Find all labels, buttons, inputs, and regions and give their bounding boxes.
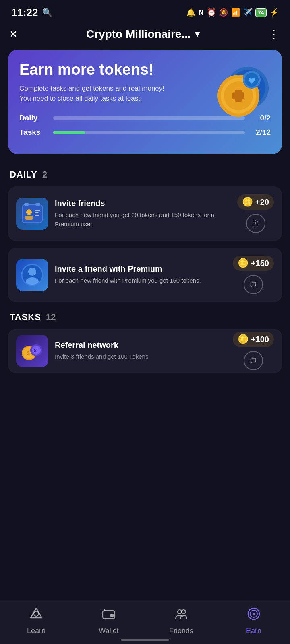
hero-card: Earn more tokens! Complete tasks and get… [8, 50, 282, 154]
content-scroll: Earn more tokens! Complete tasks and get… [0, 50, 290, 429]
alarm-icon: ⏰ [207, 8, 216, 17]
task-reward-invite-friends: 🪙 +20 ⏱ [237, 194, 274, 233]
task-desc-referral: Invite 3 friends and get 100 Tokens [55, 352, 226, 361]
svg-text:$: $ [27, 350, 30, 356]
app-title: Crypto Millionaire... [86, 28, 191, 41]
airplane-icon: ✈️ [243, 8, 252, 17]
coin-illustration [209, 58, 274, 122]
svg-rect-30 [110, 614, 114, 617]
svg-point-12 [26, 209, 32, 215]
task-desc-invite-premium: For each new friend with Premium you get… [55, 276, 226, 285]
coin-icon-2: 🪙 [238, 258, 249, 268]
tasks-progress-row: Tasks 2/12 [19, 128, 271, 137]
wallet-label: Wallet [99, 627, 118, 635]
task-action-btn-1[interactable]: ⏱ [246, 214, 265, 233]
reward-amount-3: +100 [251, 335, 269, 344]
svg-point-37 [253, 613, 255, 615]
svg-text:$: $ [34, 348, 37, 353]
svg-rect-15 [35, 212, 39, 213]
status-icons: 🔔 N ⏰ 🔕 📶 ✈️ 74 ⚡ [186, 8, 279, 17]
hero-title: Earn more tokens! [19, 62, 170, 78]
search-icon: 🔍 [42, 8, 52, 17]
tasks-progress-fill [53, 131, 85, 134]
reward-amount-1: +20 [255, 198, 269, 207]
svg-point-33 [178, 610, 182, 614]
drop-icon: 🔔 [186, 8, 195, 17]
task-reward-invite-premium: 🪙 +150 ⏱ [233, 256, 274, 294]
task-icon-invite-friends [16, 198, 48, 230]
task-content-invite-premium: Invite a friend with Premium For each ne… [55, 264, 226, 285]
reward-amount-2: +150 [251, 259, 269, 268]
task-invite-premium[interactable]: Invite a friend with Premium For each ne… [8, 248, 282, 302]
reward-badge-referral: 🪙 +100 [233, 332, 274, 347]
svg-rect-16 [35, 215, 39, 216]
task-referral-network[interactable]: $ $ Referral network Invite 3 friends an… [8, 329, 282, 373]
status-bar: 11:22 🔍 🔔 N ⏰ 🔕 📶 ✈️ 74 ⚡ [0, 0, 290, 23]
reward-badge-invite-premium: 🪙 +150 [233, 256, 274, 271]
task-desc-invite-friends: For each new friend you get 20 tokens an… [55, 211, 231, 229]
svg-rect-14 [35, 210, 40, 211]
tasks-section-header: TASKS 12 [0, 309, 290, 329]
daily-section-title: DAILY [10, 169, 37, 180]
close-button[interactable]: × [10, 27, 17, 41]
svg-point-18 [28, 268, 36, 276]
tasks-count: 2/12 [251, 128, 271, 137]
chevron-down-icon[interactable]: ▾ [195, 29, 199, 39]
task-title-invite-premium: Invite a friend with Premium [55, 264, 226, 274]
earn-label: Earn [246, 627, 261, 635]
svg-rect-9 [22, 205, 42, 223]
earn-icon [246, 607, 261, 624]
nav-title-area: Crypto Millionaire... ▾ [86, 28, 199, 41]
bottom-nav: Learn Wallet Friends [0, 600, 290, 644]
more-options-button[interactable]: ⋮ [268, 27, 280, 41]
task-icon-invite-premium [16, 259, 48, 291]
tasks-label: Tasks [19, 128, 48, 137]
charging-icon: ⚡ [270, 8, 279, 17]
daily-section-header: DAILY 2 [0, 166, 290, 186]
nav-item-wallet[interactable]: Wallet [85, 607, 133, 635]
hero-description: Complete tasks and get tokens and real m… [19, 83, 170, 104]
nfc-icon: N [199, 8, 204, 17]
wifi-icon: 📶 [231, 8, 240, 17]
task-content-referral: Referral network Invite 3 friends and ge… [55, 341, 226, 361]
battery-level: 74 [255, 8, 267, 17]
reward-badge-invite-friends: 🪙 +20 [237, 194, 274, 210]
friends-icon [174, 607, 188, 624]
status-time: 11:22 [11, 6, 38, 19]
wallet-icon [102, 607, 116, 624]
daily-label: Daily [19, 114, 48, 122]
tasks-section-count: 12 [46, 312, 56, 322]
task-title-invite-friends: Invite friends [55, 199, 231, 208]
task-icon-referral: $ $ [16, 335, 48, 367]
svg-point-28 [34, 611, 39, 616]
nav-item-learn[interactable]: Learn [12, 607, 60, 635]
top-nav: × Crypto Millionaire... ▾ ⋮ [0, 23, 290, 50]
coin-icon-3: 🪙 [238, 334, 249, 345]
daily-section-count: 2 [42, 169, 47, 180]
task-action-btn-2[interactable]: ⏱ [244, 275, 263, 294]
task-content-invite-friends: Invite friends For each new friend you g… [55, 199, 231, 229]
nav-item-earn[interactable]: Earn [230, 607, 278, 635]
svg-rect-13 [25, 216, 33, 220]
task-reward-referral: 🪙 +100 ⏱ [233, 332, 274, 370]
task-action-btn-3[interactable]: ⏱ [244, 351, 263, 370]
task-title-referral: Referral network [55, 341, 226, 350]
tasks-section-title: TASKS [10, 312, 41, 322]
home-indicator [121, 639, 169, 641]
nav-item-friends[interactable]: Friends [157, 607, 205, 635]
svg-point-34 [182, 610, 186, 614]
svg-rect-11 [35, 203, 40, 206]
hero-text-area: Earn more tokens! Complete tasks and get… [19, 62, 170, 104]
task-invite-friends[interactable]: Invite friends For each new friend you g… [8, 186, 282, 241]
svg-rect-6 [232, 92, 244, 99]
learn-icon [29, 607, 44, 624]
learn-label: Learn [27, 627, 46, 635]
mute-icon: 🔕 [219, 8, 228, 17]
coin-icon-1: 🪙 [242, 197, 253, 207]
svg-rect-10 [24, 203, 29, 206]
friends-label: Friends [169, 627, 193, 635]
tasks-progress-bar [53, 131, 245, 134]
